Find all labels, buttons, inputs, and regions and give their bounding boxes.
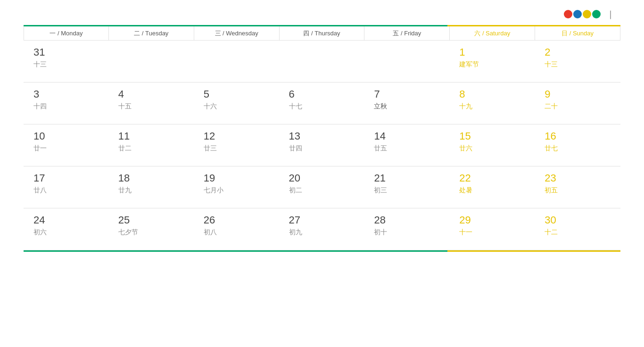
day-lunar: 建军节 bbox=[459, 60, 479, 69]
calendar-cell[interactable]: 5十六 bbox=[194, 83, 280, 124]
calendar-week-1: 31十三1建军节2十三 bbox=[24, 41, 620, 83]
day-number: 22 bbox=[459, 172, 471, 184]
day-lunar: 十三 bbox=[33, 60, 47, 69]
calendar-cell[interactable]: 1建军节 bbox=[450, 41, 535, 82]
day-lunar: 十七 bbox=[289, 102, 302, 111]
circle-blue bbox=[573, 10, 582, 18]
day-lunar: 初三 bbox=[374, 186, 387, 195]
day-lunar: 十九 bbox=[459, 102, 472, 111]
calendar-cell[interactable]: 13廿四 bbox=[280, 124, 365, 166]
weekday-row: 一 / Monday二 / Tuesday三 / Wednesday四 / Th… bbox=[24, 26, 620, 41]
logo-area: ｜ bbox=[564, 8, 620, 21]
day-number: 11 bbox=[118, 130, 130, 142]
bottom-separator-bar bbox=[24, 250, 620, 252]
calendar-cell[interactable]: 18廿九 bbox=[109, 166, 194, 208]
day-number: 5 bbox=[204, 88, 209, 100]
calendar-cell[interactable]: 4十五 bbox=[109, 83, 194, 124]
day-number: 18 bbox=[118, 172, 130, 184]
calendar-cell[interactable]: 31十三 bbox=[24, 41, 109, 82]
calendar-cell[interactable]: 6十七 bbox=[280, 83, 365, 124]
day-number: 13 bbox=[289, 130, 300, 142]
calendar-cell[interactable]: 21初三 bbox=[364, 166, 450, 208]
header: ｜ bbox=[24, 0, 620, 25]
day-lunar: 十一 bbox=[459, 228, 472, 237]
calendar-cell[interactable]: 20初二 bbox=[280, 166, 365, 208]
day-number: 29 bbox=[459, 214, 471, 226]
day-lunar: 廿九 bbox=[118, 186, 132, 195]
day-lunar: 廿二 bbox=[118, 144, 132, 153]
calendar-cell[interactable]: 26初八 bbox=[194, 208, 280, 250]
calendar-cell[interactable]: 28初十 bbox=[364, 208, 450, 250]
calendar-cell[interactable]: 11廿二 bbox=[109, 124, 194, 166]
day-lunar: 初五 bbox=[545, 186, 558, 195]
day-lunar: 初八 bbox=[204, 228, 217, 237]
calendar-cell[interactable]: 16廿七 bbox=[535, 124, 620, 166]
calendar-cell[interactable] bbox=[280, 41, 365, 82]
calendar-cell[interactable]: 29十一 bbox=[450, 208, 535, 250]
calendar-cell[interactable]: 19七月小 bbox=[194, 166, 280, 208]
calendar-cell[interactable]: 8十九 bbox=[450, 83, 535, 124]
day-lunar: 十五 bbox=[118, 102, 132, 111]
day-lunar: 廿八 bbox=[33, 186, 47, 195]
calendar-cell[interactable]: 24初六 bbox=[24, 208, 109, 250]
weekday-cell-tuesday: 二 / Tuesday bbox=[109, 26, 194, 40]
day-number: 9 bbox=[545, 88, 550, 100]
day-lunar: 廿五 bbox=[374, 144, 387, 153]
calendar-week-4: 17廿八18廿九19七月小20初二21初三22处暑23初五 bbox=[24, 166, 620, 208]
circle-red bbox=[564, 10, 572, 18]
calendar-grid: 31十三1建军节2十三3十四4十五5十六6十七7立秋8十九9二十10廿一11廿二… bbox=[24, 41, 620, 250]
day-number: 15 bbox=[459, 130, 471, 142]
calendar-cell[interactable]: 2十三 bbox=[535, 41, 620, 82]
day-number: 23 bbox=[545, 172, 556, 184]
day-number: 14 bbox=[374, 130, 385, 142]
day-lunar: 十三 bbox=[545, 60, 558, 69]
day-lunar: 初六 bbox=[33, 228, 47, 237]
day-lunar: 二十 bbox=[545, 102, 558, 111]
calendar-cell[interactable]: 10廿一 bbox=[24, 124, 109, 166]
calendar-cell[interactable]: 23初五 bbox=[535, 166, 620, 208]
day-number: 17 bbox=[33, 172, 45, 184]
day-lunar: 廿六 bbox=[459, 144, 472, 153]
calendar-page: ｜ 一 / Monday二 / Tuesday三 / Wednesday四 / … bbox=[0, 0, 644, 347]
weekday-cell-monday: 一 / Monday bbox=[24, 26, 109, 40]
day-number: 19 bbox=[204, 172, 215, 184]
calendar-cell[interactable] bbox=[109, 41, 194, 82]
calendar-week-3: 10廿一11廿二12廿三13廿四14廿五15廿六16廿七 bbox=[24, 124, 620, 166]
day-lunar: 初二 bbox=[289, 186, 302, 195]
calendar-cell[interactable]: 7立秋 bbox=[364, 83, 450, 124]
calendar-cell[interactable]: 17廿八 bbox=[24, 166, 109, 208]
day-lunar: 初九 bbox=[289, 228, 302, 237]
day-lunar: 廿七 bbox=[545, 144, 558, 153]
day-lunar: 十二 bbox=[545, 228, 558, 237]
calendar-cell[interactable] bbox=[364, 41, 450, 82]
day-number: 7 bbox=[374, 88, 380, 100]
day-number: 3 bbox=[33, 88, 39, 100]
circle-green bbox=[592, 10, 601, 18]
calendar-cell[interactable]: 30十二 bbox=[535, 208, 620, 250]
day-number: 8 bbox=[459, 88, 465, 100]
calendar-cell[interactable]: 12廿三 bbox=[194, 124, 280, 166]
calendar-cell[interactable]: 15廿六 bbox=[450, 124, 535, 166]
calendar-cell[interactable] bbox=[194, 41, 280, 82]
calendar-cell[interactable]: 3十四 bbox=[24, 83, 109, 124]
calendar-cell[interactable]: 25七夕节 bbox=[109, 208, 194, 250]
calendar-week-2: 3十四4十五5十六6十七7立秋8十九9二十 bbox=[24, 83, 620, 124]
day-number: 24 bbox=[33, 214, 45, 226]
day-lunar: 七夕节 bbox=[118, 228, 138, 237]
day-number: 6 bbox=[289, 88, 295, 100]
day-lunar: 十六 bbox=[204, 102, 217, 111]
weekday-cell-thursday: 四 / Thursday bbox=[280, 26, 365, 40]
day-number: 27 bbox=[289, 214, 300, 226]
calendar-cell[interactable]: 27初九 bbox=[280, 208, 365, 250]
circle-yellow bbox=[583, 10, 591, 18]
day-lunar: 廿三 bbox=[204, 144, 217, 153]
calendar-cell[interactable]: 22处暑 bbox=[450, 166, 535, 208]
day-number: 4 bbox=[118, 88, 124, 100]
weekday-cell-wednesday: 三 / Wednesday bbox=[194, 26, 280, 40]
day-lunar: 十四 bbox=[33, 102, 47, 111]
calendar-week-5: 24初六25七夕节26初八27初九28初十29十一30十二 bbox=[24, 208, 620, 250]
calendar-cell[interactable]: 14廿五 bbox=[364, 124, 450, 166]
logo-row: ｜ bbox=[564, 8, 620, 20]
day-number: 10 bbox=[33, 130, 45, 142]
calendar-cell[interactable]: 9二十 bbox=[535, 83, 620, 124]
